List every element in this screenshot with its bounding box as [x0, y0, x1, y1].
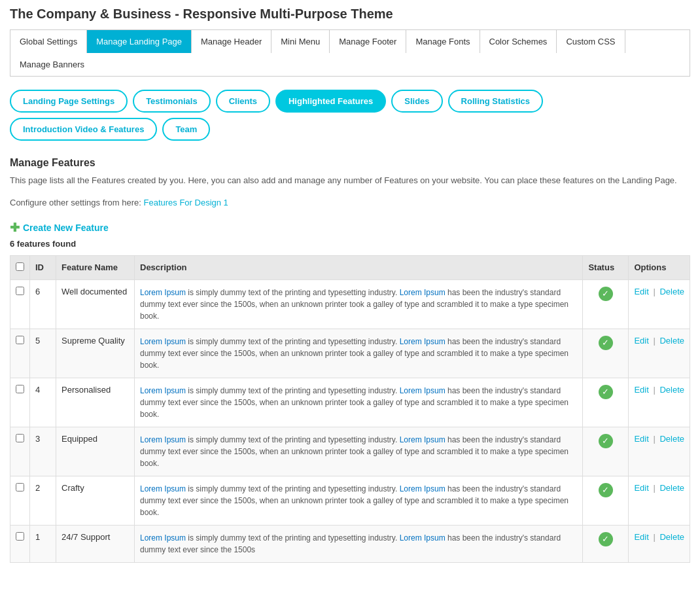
nav-item-manage-fonts[interactable]: Manage Fonts — [406, 30, 480, 53]
row-status: ✓ — [583, 378, 629, 427]
pill-team[interactable]: Team — [162, 118, 210, 141]
delete-link[interactable]: Delete — [659, 385, 684, 395]
edit-link[interactable]: Edit — [634, 336, 648, 346]
status-check-icon: ✓ — [599, 336, 613, 350]
table-row: 6 Well documented Lorem Ipsum is simply … — [10, 279, 690, 329]
pill-introduction-video[interactable]: Introduction Video & Features — [10, 118, 157, 141]
row-id: 6 — [30, 279, 56, 329]
create-new-feature: ✚ Create New Feature — [10, 221, 690, 235]
options-separator: | — [653, 336, 655, 346]
nav-item-global-settings[interactable]: Global Settings — [10, 30, 87, 53]
row-description: Lorem Ipsum is simply dummy text of the … — [135, 279, 583, 329]
table-row: 3 Equipped Lorem Ipsum is simply dummy t… — [10, 427, 690, 476]
pill-testimonials[interactable]: Testimonials — [133, 90, 211, 113]
status-check-icon: ✓ — [599, 532, 613, 546]
row-checkbox[interactable] — [16, 336, 24, 344]
row-description: Lorem Ipsum is simply dummy text of the … — [135, 329, 583, 378]
sub-nav: Landing Page Settings Testimonials Clien… — [10, 90, 690, 141]
row-id: 5 — [30, 329, 56, 378]
row-id: 3 — [30, 427, 56, 476]
table-row: 5 Supreme Quality Lorem Ipsum is simply … — [10, 329, 690, 378]
row-checkbox[interactable] — [16, 532, 24, 541]
row-checkbox-cell — [10, 329, 30, 378]
row-options: Edit | Delete — [629, 329, 690, 378]
row-feature-name: Equipped — [56, 427, 135, 476]
row-checkbox[interactable] — [16, 434, 24, 442]
options-separator: | — [653, 385, 655, 395]
nav-item-manage-header[interactable]: Manage Header — [192, 30, 271, 53]
create-new-link[interactable]: Create New Feature — [23, 223, 109, 233]
row-checkbox-cell — [10, 525, 30, 562]
edit-link[interactable]: Edit — [634, 287, 648, 296]
top-nav: Global Settings Manage Landing Page Mana… — [10, 29, 690, 77]
nav-item-manage-landing-page[interactable]: Manage Landing Page — [87, 30, 192, 53]
delete-link[interactable]: Delete — [659, 483, 684, 493]
row-description: Lorem Ipsum is simply dummy text of the … — [135, 378, 583, 427]
pill-clients[interactable]: Clients — [216, 90, 270, 113]
row-checkbox-cell — [10, 427, 30, 476]
row-options: Edit | Delete — [629, 279, 690, 329]
row-checkbox-cell — [10, 279, 30, 329]
col-options: Options — [629, 255, 690, 279]
pill-rolling-statistics[interactable]: Rolling Statistics — [448, 90, 543, 113]
options-separator: | — [653, 434, 655, 444]
nav-item-mini-menu[interactable]: Mini Menu — [271, 30, 330, 53]
row-id: 1 — [30, 525, 56, 562]
nav-item-custom-css[interactable]: Custom CSS — [557, 30, 625, 53]
table-row: 4 Personalised Lorem Ipsum is simply dum… — [10, 378, 690, 427]
row-checkbox[interactable] — [16, 287, 24, 295]
nav-item-color-schemes[interactable]: Color Schemes — [480, 30, 557, 53]
configure-link[interactable]: Features For Design 1 — [144, 198, 228, 207]
row-options: Edit | Delete — [629, 476, 690, 525]
status-check-icon: ✓ — [599, 385, 613, 399]
edit-link[interactable]: Edit — [634, 483, 648, 493]
row-feature-name: 24/7 Support — [56, 525, 135, 562]
delete-link[interactable]: Delete — [659, 434, 684, 444]
pill-landing-page-settings[interactable]: Landing Page Settings — [10, 90, 128, 113]
row-id: 2 — [30, 476, 56, 525]
table-row: 1 24/7 Support Lorem Ipsum is simply dum… — [10, 525, 690, 562]
row-checkbox[interactable] — [16, 385, 24, 393]
row-status: ✓ — [583, 427, 629, 476]
row-feature-name: Personalised — [56, 378, 135, 427]
plus-icon: ✚ — [10, 221, 20, 235]
nav-item-manage-banners[interactable]: Manage Banners — [10, 53, 94, 76]
row-feature-name: Crafty — [56, 476, 135, 525]
status-check-icon: ✓ — [599, 483, 613, 497]
row-description: Lorem Ipsum is simply dummy text of the … — [135, 476, 583, 525]
row-description: Lorem Ipsum is simply dummy text of the … — [135, 525, 583, 562]
edit-link[interactable]: Edit — [634, 434, 648, 444]
row-description: Lorem Ipsum is simply dummy text of the … — [135, 427, 583, 476]
content-area: Manage Features This page lists all the … — [10, 154, 690, 566]
nav-item-manage-footer[interactable]: Manage Footer — [330, 30, 406, 53]
status-check-icon: ✓ — [599, 287, 613, 301]
status-check-icon: ✓ — [599, 434, 613, 448]
row-checkbox-cell — [10, 378, 30, 427]
col-feature-name: Feature Name — [56, 255, 135, 279]
delete-link[interactable]: Delete — [659, 532, 684, 542]
features-count: 6 features found — [10, 239, 690, 249]
edit-link[interactable]: Edit — [634, 532, 648, 542]
delete-link[interactable]: Delete — [659, 287, 684, 296]
row-status: ✓ — [583, 329, 629, 378]
pill-slides[interactable]: Slides — [391, 90, 442, 113]
row-status: ✓ — [583, 279, 629, 329]
row-feature-name: Supreme Quality — [56, 329, 135, 378]
options-separator: | — [653, 532, 655, 542]
options-separator: | — [653, 483, 655, 493]
delete-link[interactable]: Delete — [659, 336, 684, 346]
pill-highlighted-features[interactable]: Highlighted Features — [275, 90, 386, 113]
section-title: Manage Features — [10, 157, 690, 169]
row-checkbox[interactable] — [16, 483, 24, 491]
row-options: Edit | Delete — [629, 378, 690, 427]
configure-text: Configure other settings from here: — [10, 198, 141, 207]
page-title: The Company & Business - Responsive Mult… — [10, 7, 690, 22]
row-options: Edit | Delete — [629, 427, 690, 476]
row-checkbox-cell — [10, 476, 30, 525]
features-table: ID Feature Name Description Status Optio… — [10, 255, 690, 563]
row-id: 4 — [30, 378, 56, 427]
edit-link[interactable]: Edit — [634, 385, 648, 395]
select-all-checkbox[interactable] — [16, 262, 24, 271]
table-row: 2 Crafty Lorem Ipsum is simply dummy tex… — [10, 476, 690, 525]
section-description: This page lists all the Features created… — [10, 174, 690, 188]
